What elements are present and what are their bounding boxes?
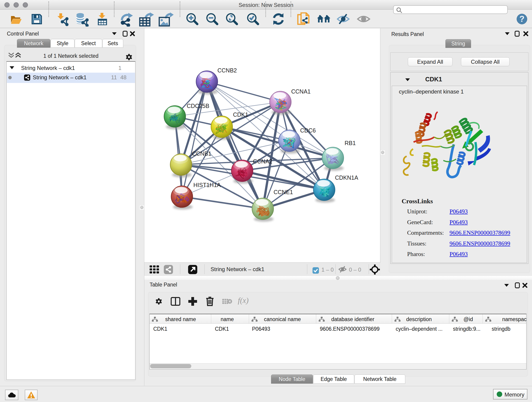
svg-text:CDKN1A: CDKN1A xyxy=(335,174,358,181)
svg-text:CCNB2: CCNB2 xyxy=(217,67,237,74)
svg-text:RB1: RB1 xyxy=(345,140,356,146)
svg-text:CCNA2: CCNA2 xyxy=(253,158,272,165)
svg-text:CDC6: CDC6 xyxy=(300,127,316,134)
svg-text:HIST1H1A: HIST1H1A xyxy=(193,182,221,188)
svg-text:CCNA1: CCNA1 xyxy=(291,88,311,95)
svg-text:CDC25B: CDC25B xyxy=(187,103,209,109)
svg-text:CCNB1: CCNB1 xyxy=(192,150,211,157)
svg-text:CCNE1: CCNE1 xyxy=(273,189,293,195)
svg-text:CDK1: CDK1 xyxy=(233,111,248,118)
